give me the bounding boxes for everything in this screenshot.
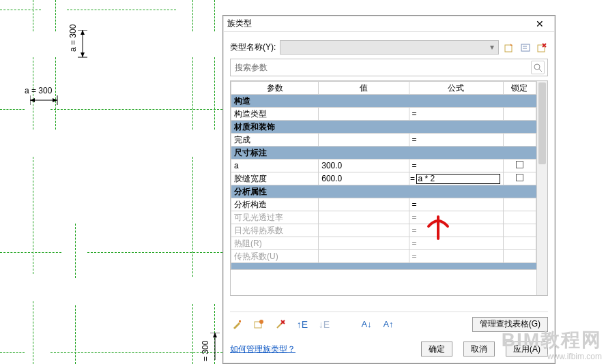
col-param[interactable]: 参数 (231, 82, 319, 95)
modify-param-icon[interactable] (252, 318, 265, 331)
search-input[interactable] (233, 60, 531, 75)
param-name-cell[interactable]: 可见光透过率 (231, 211, 319, 224)
param-name-cell[interactable]: a (231, 160, 319, 172)
value-cell[interactable] (319, 108, 409, 121)
grid-scrollbar[interactable] (536, 81, 547, 295)
dialog-title: 族类型 (227, 18, 529, 29)
value-cell[interactable] (319, 250, 409, 263)
delete-type-icon[interactable] (536, 42, 548, 54)
svg-marker-1 (30, 98, 35, 102)
sort-desc-icon[interactable]: A↑ (381, 318, 395, 331)
svg-marker-11 (213, 333, 217, 337)
group-header[interactable]: 尺寸标注ˆ (231, 147, 547, 160)
svg-marker-2 (53, 98, 57, 102)
formula-cell[interactable]: = (409, 224, 503, 237)
formula-cell[interactable]: = (409, 198, 503, 211)
formula-cell[interactable]: = (409, 108, 503, 121)
dimension-partial: = 300 (201, 329, 221, 364)
formula-cell[interactable]: = (409, 250, 503, 263)
lock-cell (503, 198, 536, 211)
lock-cell (503, 211, 536, 224)
move-down-icon[interactable]: ↓E (317, 318, 331, 331)
dimension-a-vertical: a = 300 (68, 27, 89, 68)
type-name-label: 类型名称(Y): (230, 42, 276, 53)
close-button[interactable]: ✕ (529, 18, 551, 29)
search-box[interactable] (230, 59, 548, 76)
lock-checkbox[interactable] (516, 161, 523, 168)
cancel-button[interactable]: 取消 (463, 342, 495, 357)
formula-cell[interactable]: = (409, 134, 503, 147)
sort-asc-icon[interactable]: A↓ (360, 318, 373, 331)
col-lock[interactable]: 锁定 (503, 82, 536, 95)
lock-cell (503, 250, 536, 263)
formula-cell[interactable]: = (409, 237, 503, 250)
dimension-a-horizontal: a = 300 (27, 86, 68, 106)
formula-cell[interactable]: = (409, 172, 503, 185)
param-name-cell[interactable]: 传热系数(U) (231, 250, 319, 263)
new-param-icon[interactable] (230, 318, 244, 331)
value-cell[interactable] (319, 237, 409, 250)
svg-point-20 (534, 64, 540, 70)
lock-cell (503, 172, 536, 185)
lock-cell (503, 108, 536, 121)
group-header[interactable]: 材质和装饰ˆ (231, 121, 547, 134)
formula-input[interactable] (416, 174, 500, 184)
search-icon[interactable] (531, 61, 545, 74)
svg-rect-22 (239, 320, 241, 322)
value-cell[interactable] (319, 211, 409, 224)
param-name-cell[interactable]: 构造类型 (231, 108, 319, 121)
svg-rect-14 (521, 44, 530, 51)
lock-cell (503, 224, 536, 237)
dimension-label: a = 300 (68, 25, 78, 52)
value-cell[interactable]: 300.0 (319, 160, 409, 172)
group-header[interactable]: 分析属性ˆ (231, 185, 547, 198)
svg-point-24 (259, 320, 263, 324)
value-cell[interactable] (319, 198, 409, 211)
apply-button[interactable]: 应用(A) (506, 342, 548, 357)
col-formula[interactable]: 公式 (409, 82, 503, 95)
param-name-cell[interactable]: 胶缝宽度 (231, 172, 319, 185)
move-up-icon[interactable]: ↑E (295, 318, 309, 331)
rename-type-icon[interactable] (519, 42, 532, 54)
lock-checkbox[interactable] (516, 174, 523, 181)
dimension-label: a = 300 (25, 86, 52, 95)
lock-cell (503, 160, 536, 172)
svg-marker-7 (81, 52, 85, 57)
lock-cell (503, 134, 536, 147)
value-cell[interactable] (319, 224, 409, 237)
param-name-cell[interactable]: 热阻(R) (231, 237, 319, 250)
bottom-toolbar: ↑E ↓E A↓ A↑ 管理查找表格(G) (230, 312, 548, 332)
manage-lookup-button[interactable]: 管理查找表格(G) (472, 317, 548, 332)
delete-param-icon[interactable] (274, 318, 287, 331)
ok-button[interactable]: 确定 (421, 342, 452, 357)
param-name-cell[interactable]: 分析构造 (231, 198, 319, 211)
formula-cell[interactable]: = (409, 211, 503, 224)
value-cell[interactable]: 600.0 (319, 172, 409, 185)
svg-marker-6 (81, 30, 85, 35)
type-name-combo[interactable] (280, 40, 499, 55)
value-cell[interactable] (319, 134, 409, 147)
svg-rect-13 (505, 45, 512, 52)
titlebar: 族类型 ✕ (223, 16, 555, 32)
help-link[interactable]: 如何管理族类型？ (230, 344, 295, 355)
group-header[interactable]: 构造ˆ (231, 95, 547, 108)
param-name-cell[interactable]: 完成 (231, 134, 319, 147)
formula-cell[interactable]: = (409, 160, 503, 172)
param-name-cell[interactable]: 日光得热系数 (231, 224, 319, 237)
new-type-icon[interactable] (503, 42, 515, 54)
svg-line-21 (539, 69, 542, 72)
col-value[interactable]: 值 (319, 82, 409, 95)
lock-cell (503, 237, 536, 250)
family-types-dialog: 族类型 ✕ 类型名称(Y): 参数 值 公式 锁定 构造ˆ构造类型=材质和装饰ˆ (222, 15, 556, 364)
parameter-grid: 参数 值 公式 锁定 构造ˆ构造类型=材质和装饰ˆ完成=尺寸标注ˆa300.0=… (230, 80, 548, 296)
